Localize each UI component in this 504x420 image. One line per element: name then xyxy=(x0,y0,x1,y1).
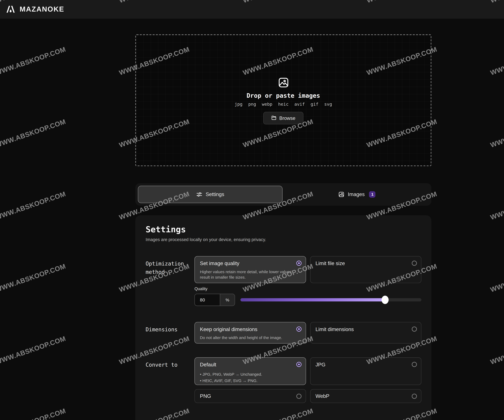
option-convert-webp[interactable]: WebP xyxy=(310,389,421,403)
tab-settings-label: Settings xyxy=(206,192,224,197)
option-limit-dimensions[interactable]: Limit dimensions xyxy=(310,322,421,343)
format-gif: gif xyxy=(311,102,318,107)
format-webp: webp xyxy=(262,102,272,107)
watermark-text: WWW.ABSKOOP.COM xyxy=(489,335,504,366)
folder-icon xyxy=(271,115,276,120)
watermark-text: WWW.ABSKOOP.COM xyxy=(489,190,504,221)
settings-panel: Settings Images are processed locally on… xyxy=(135,215,431,420)
option-keep-original-dimensions[interactable]: Keep original dimensions Do not alter th… xyxy=(194,322,306,343)
radio-unselected-icon[interactable] xyxy=(296,394,301,399)
format-png: png xyxy=(248,102,256,107)
format-jpg: jpg xyxy=(235,102,242,107)
option-title: Limit file size xyxy=(315,260,416,267)
quality-slider-thumb[interactable] xyxy=(382,296,389,304)
watermark-text: WWW.ABSKOOP.COM xyxy=(0,335,67,366)
optimization-method-options: Set image quality Higher values retain m… xyxy=(194,256,421,283)
watermark-text: WWW.ABSKOOP.COM xyxy=(0,45,67,77)
radio-selected-icon[interactable] xyxy=(296,327,301,332)
convert-to-options-row2: PNG WebP xyxy=(194,389,421,403)
format-svg: svg xyxy=(324,102,332,107)
convert-rule-line: • HEIC, AVIF, GIF, SVG → PNG. xyxy=(200,378,300,384)
convert-rule-line: • JPG, PNG, WebP → Unchanged. xyxy=(200,371,300,378)
image-icon xyxy=(338,191,345,198)
tab-images-label: Images xyxy=(348,192,365,197)
quality-slider-fill xyxy=(240,298,385,301)
radio-selected-icon[interactable] xyxy=(296,261,301,266)
section-label-optimization-method: Optimization method xyxy=(146,260,191,277)
quality-value-input[interactable]: 80 xyxy=(195,294,220,306)
radio-selected-icon[interactable] xyxy=(296,362,301,367)
image-icon xyxy=(277,76,289,89)
option-convert-png[interactable]: PNG xyxy=(194,389,306,403)
format-heic: heic xyxy=(278,102,289,107)
dropzone-formats: jpgpngwebpheicavifgifsvg xyxy=(232,102,335,107)
settings-heading: Settings xyxy=(146,224,186,234)
sliders-icon xyxy=(196,191,202,198)
option-title: Limit dimensions xyxy=(315,326,416,333)
section-label-dimensions: Dimensions xyxy=(146,325,191,334)
section-label-convert-to: Convert to xyxy=(146,361,191,369)
watermark-text: WWW.ABSKOOP.COM xyxy=(489,118,504,149)
option-description: Do not alter the width and height of the… xyxy=(200,335,300,341)
option-title: Set image quality xyxy=(200,260,300,267)
dropzone-title: Drop or paste images xyxy=(246,92,320,99)
mazanoke-logo-icon xyxy=(6,4,16,14)
radio-unselected-icon[interactable] xyxy=(412,362,417,367)
browse-label: Browse xyxy=(279,115,295,121)
watermark-text: WWW.ABSKOOP.COM xyxy=(0,407,67,420)
dimensions-options: Keep original dimensions Do not alter th… xyxy=(194,322,421,343)
format-avif: avif xyxy=(294,102,305,107)
option-convert-jpg[interactable]: JPG xyxy=(310,357,421,385)
option-limit-file-size[interactable]: Limit file size xyxy=(310,256,421,283)
watermark-text: WWW.ABSKOOP.COM xyxy=(489,45,504,77)
radio-unselected-icon[interactable] xyxy=(412,261,417,266)
quality-input-group: 80 % xyxy=(194,294,235,306)
app-screen: MAZANOKE Drop or paste images jpgpngwebp… xyxy=(0,0,504,420)
browse-button[interactable]: Browse xyxy=(263,112,304,124)
option-description: Higher values retain more detail, while … xyxy=(200,269,300,280)
option-convert-default[interactable]: Default • JPG, PNG, WebP → Unchanged. • … xyxy=(194,357,306,385)
option-set-image-quality[interactable]: Set image quality Higher values retain m… xyxy=(194,256,306,283)
images-count-badge: 1 xyxy=(369,191,375,198)
option-title: Keep original dimensions xyxy=(200,326,300,333)
quality-unit-label: % xyxy=(220,294,235,306)
option-title: WebP xyxy=(315,393,416,399)
app-title: MAZANOKE xyxy=(20,5,64,13)
settings-subtitle: Images are processed locally on your dev… xyxy=(146,237,266,242)
option-title: JPG xyxy=(315,362,416,368)
convert-to-options-row1: Default • JPG, PNG, WebP → Unchanged. • … xyxy=(194,357,421,385)
radio-unselected-icon[interactable] xyxy=(412,327,417,332)
quality-label: Quality xyxy=(194,286,208,291)
tab-images[interactable]: Images 1 xyxy=(285,186,429,203)
tabs-bar: Settings Images 1 xyxy=(135,183,431,206)
tab-settings[interactable]: Settings xyxy=(138,186,282,203)
radio-unselected-icon[interactable] xyxy=(412,394,417,399)
quality-slider[interactable] xyxy=(240,298,421,301)
watermark-text: WWW.ABSKOOP.COM xyxy=(0,262,67,294)
watermark-text: WWW.ABSKOOP.COM xyxy=(0,118,67,149)
dropzone[interactable]: Drop or paste images jpgpngwebpheicavifg… xyxy=(135,34,431,166)
watermark-text: WWW.ABSKOOP.COM xyxy=(489,262,504,294)
option-title: Default xyxy=(200,362,300,368)
watermark-text: WWW.ABSKOOP.COM xyxy=(0,190,67,221)
option-description: • JPG, PNG, WebP → Unchanged. • HEIC, AV… xyxy=(200,371,300,384)
top-bar: MAZANOKE xyxy=(0,0,504,18)
option-title: PNG xyxy=(200,393,300,399)
watermark-text: WWW.ABSKOOP.COM xyxy=(489,407,504,420)
